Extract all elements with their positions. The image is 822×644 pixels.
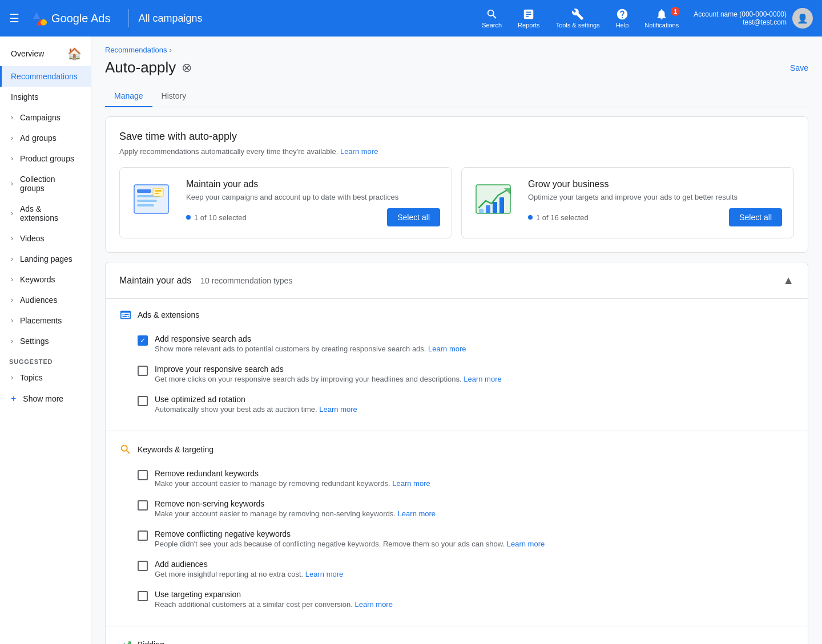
- save-button[interactable]: Save: [790, 63, 808, 72]
- account-email: test@test.com: [694, 18, 787, 26]
- keywords-icon: [119, 443, 133, 456]
- responsive-search-checkbox[interactable]: [138, 335, 148, 346]
- search-nav-button[interactable]: Search: [476, 6, 507, 31]
- redundant-keywords-content: Remove redundant keywords Make your acco…: [155, 469, 430, 488]
- sidebar-item-recommendations[interactable]: Recommendations: [0, 66, 91, 87]
- sidebar-item-topics[interactable]: › Topics: [0, 367, 91, 388]
- placements-label: Placements: [20, 316, 62, 325]
- maintain-ads-card: Maintain your ads Keep your campaigns an…: [119, 167, 452, 238]
- grow-count-text: 1 of 16 selected: [536, 213, 589, 222]
- sidebar-item-campaigns[interactable]: › Campaigns: [0, 107, 91, 128]
- breadcrumb: Recommendations ›: [105, 46, 808, 54]
- improve-responsive-learn-more[interactable]: Learn more: [464, 375, 501, 383]
- maintain-ads-title: Maintain your ads: [186, 179, 440, 189]
- grow-business-content: Grow your business Optimize your targets…: [528, 179, 782, 226]
- maintain-select-all-button[interactable]: Select all: [387, 208, 440, 226]
- audiences-chevron-icon: ›: [11, 296, 13, 304]
- non-serving-keywords-desc: Make your account easier to manage by re…: [155, 509, 436, 518]
- collection-groups-chevron-icon: ›: [11, 180, 13, 188]
- sidebar-item-landing-pages[interactable]: › Landing pages: [0, 249, 91, 269]
- sidebar-item-show-more[interactable]: + Show more: [0, 388, 91, 410]
- videos-label: Videos: [20, 234, 45, 243]
- ads-extensions-group: Ads & extensions Add responsive search a…: [106, 299, 808, 428]
- add-audiences-desc: Get more insightful reporting at no extr…: [155, 570, 343, 578]
- targeting-expansion-learn-more[interactable]: Learn more: [354, 600, 392, 609]
- svg-rect-5: [137, 189, 151, 193]
- close-icon[interactable]: ⊗: [182, 60, 192, 75]
- sidebar-item-collection-groups[interactable]: › Collection groups: [0, 169, 91, 199]
- targeting-expansion-desc: Reach additional customers at a similar …: [155, 600, 393, 609]
- keywords-label: Keywords: [20, 275, 55, 284]
- checkbox-item-add-audiences: Add audiences Get more insightful report…: [119, 554, 794, 584]
- redundant-keywords-label: Remove redundant keywords: [155, 469, 430, 478]
- notifications-nav-label: Notifications: [644, 22, 679, 29]
- non-serving-keywords-checkbox[interactable]: [138, 500, 148, 511]
- redundant-keywords-desc: Make your account easier to manage by re…: [155, 479, 430, 488]
- search-nav-label: Search: [482, 22, 502, 29]
- breadcrumb-recommendations-link[interactable]: Recommendations: [105, 46, 167, 54]
- banner-desc: Apply recommendations automatically ever…: [119, 147, 794, 156]
- save-time-banner: Save time with auto-apply Apply recommen…: [105, 116, 808, 253]
- sidebar-item-overview[interactable]: Overview 🏠: [0, 41, 91, 66]
- sidebar-item-keywords[interactable]: › Keywords: [0, 269, 91, 290]
- product-groups-chevron-icon: ›: [11, 155, 13, 163]
- ads-extensions-svg-icon: [119, 309, 132, 321]
- help-nav-button[interactable]: Help: [610, 6, 635, 31]
- rec-header-left: Maintain your ads 10 recommendation type…: [119, 276, 292, 286]
- grow-business-desc: Optimize your targets and improve your a…: [528, 193, 782, 201]
- page-title-row: Auto-apply ⊗: [105, 59, 192, 76]
- product-groups-label: Product groups: [20, 154, 74, 163]
- settings-chevron-icon: ›: [11, 337, 13, 345]
- ad-rotation-learn-more[interactable]: Learn more: [319, 405, 357, 414]
- sidebar-item-settings[interactable]: › Settings: [0, 331, 91, 351]
- keywords-targeting-group-label: Keywords & targeting: [138, 445, 213, 454]
- sidebar-item-insights[interactable]: Insights: [0, 87, 91, 107]
- add-audiences-checkbox[interactable]: [138, 561, 148, 571]
- sidebar-item-audiences[interactable]: › Audiences: [0, 290, 91, 310]
- tools-nav-button[interactable]: Tools & settings: [550, 6, 606, 31]
- sidebar-item-videos[interactable]: › Videos: [0, 228, 91, 249]
- nav-divider: [128, 9, 129, 27]
- redundant-keywords-checkbox[interactable]: [138, 470, 148, 480]
- tab-history[interactable]: History: [152, 86, 196, 107]
- banner-desc-text: Apply recommendations automatically ever…: [119, 147, 338, 156]
- conflicting-negative-checkbox[interactable]: [138, 530, 148, 541]
- svg-point-3: [41, 19, 47, 26]
- conflicting-negative-content: Remove conflicting negative keywords Peo…: [155, 529, 545, 548]
- improve-responsive-checkbox[interactable]: [138, 366, 148, 376]
- collapse-button[interactable]: ▲: [783, 274, 794, 287]
- sidebar-item-ads-extensions[interactable]: › Ads & extensions: [0, 199, 91, 228]
- adgroups-label: Ad groups: [20, 133, 57, 143]
- tools-icon: [571, 8, 584, 21]
- grow-business-title: Grow your business: [528, 179, 782, 189]
- reports-nav-button[interactable]: Reports: [512, 6, 546, 31]
- ad-rotation-checkbox[interactable]: [138, 396, 148, 406]
- keywords-targeting-header: Keywords & targeting: [119, 443, 794, 456]
- keywords-svg-icon: [119, 443, 132, 456]
- grow-select-all-button[interactable]: Select all: [729, 208, 782, 226]
- responsive-search-content: Add responsive search ads Show more rele…: [155, 334, 466, 353]
- conflicting-negative-desc: People didn't see your ads because of co…: [155, 540, 545, 548]
- non-serving-keywords-label: Remove non-serving keywords: [155, 499, 436, 508]
- sidebar-item-placements[interactable]: › Placements: [0, 310, 91, 331]
- redundant-keywords-learn-more[interactable]: Learn more: [392, 479, 430, 488]
- sidebar-item-product-groups[interactable]: › Product groups: [0, 148, 91, 169]
- keywords-chevron-icon: ›: [11, 276, 13, 283]
- sidebar-item-adgroups[interactable]: › Ad groups: [0, 128, 91, 148]
- conflicting-negative-learn-more[interactable]: Learn more: [507, 540, 545, 548]
- add-audiences-learn-more[interactable]: Learn more: [305, 570, 343, 578]
- checkbox-item-targeting-expansion: Use targeting expansion Reach additional…: [119, 584, 794, 614]
- sidebar: Overview 🏠 Recommendations Insights › Ca…: [0, 37, 91, 644]
- account-button[interactable]: Account name (000-000-0000) test@test.co…: [694, 8, 813, 29]
- hamburger-menu[interactable]: ☰: [9, 11, 19, 25]
- tab-manage[interactable]: Manage: [105, 86, 152, 107]
- svg-rect-16: [493, 202, 497, 213]
- non-serving-keywords-learn-more[interactable]: Learn more: [398, 509, 436, 518]
- responsive-search-learn-more[interactable]: Learn more: [428, 345, 466, 353]
- collection-groups-label: Collection groups: [20, 175, 82, 193]
- targeting-expansion-checkbox[interactable]: [138, 591, 148, 601]
- top-nav: ☰ Google Ads All campaigns Search Report…: [0, 0, 822, 37]
- nav-logo: Google Ads: [26, 8, 110, 29]
- ads-extensions-label: Ads & extensions: [20, 204, 82, 222]
- banner-learn-more-link[interactable]: Learn more: [340, 147, 378, 156]
